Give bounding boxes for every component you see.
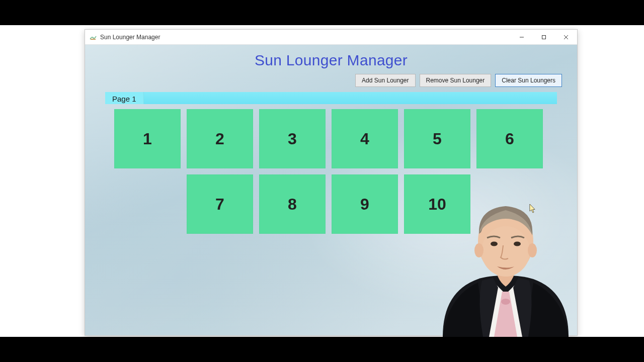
lounger-tile[interactable]: 4 [332, 109, 398, 168]
lounger-tile[interactable]: 2 [187, 109, 253, 168]
tab-strip: Page 1 [105, 92, 557, 104]
lounger-tile[interactable]: 1 [114, 109, 181, 168]
window-title: Sun Lounger Manager [100, 34, 160, 41]
remove-sun-lounger-button[interactable]: Remove Sun Lounger [420, 74, 492, 87]
page-title: Sun Lounger Manager [85, 45, 577, 74]
add-sun-lounger-button[interactable]: Add Sun Lounger [355, 74, 415, 87]
clear-sun-loungers-button[interactable]: Clear Sun Loungers [495, 74, 562, 87]
toolbar: Add Sun Lounger Remove Sun Lounger Clear… [85, 74, 577, 92]
svg-rect-2 [542, 35, 546, 39]
lounger-tile[interactable]: 9 [332, 174, 398, 234]
lounger-tile[interactable]: 10 [404, 174, 470, 234]
svg-rect-0 [91, 39, 96, 40]
lounger-tile[interactable]: 6 [476, 109, 543, 168]
minimize-button[interactable] [511, 30, 533, 45]
app-icon [89, 33, 97, 41]
app-window: Sun Lounger Manager Sun Lounger Manager … [85, 29, 578, 336]
titlebar: Sun Lounger Manager [85, 30, 577, 45]
lounger-grid: 1 2 3 4 5 6 7 8 9 10 [85, 104, 577, 234]
lounger-tile[interactable]: 8 [259, 174, 326, 234]
tab-page-1[interactable]: Page 1 [105, 92, 144, 104]
app-body: Sun Lounger Manager Add Sun Lounger Remo… [85, 45, 577, 335]
lounger-tile[interactable]: 3 [259, 109, 326, 168]
maximize-button[interactable] [533, 30, 555, 45]
close-button[interactable] [555, 30, 577, 45]
lounger-tile[interactable]: 7 [187, 174, 253, 234]
lounger-tile[interactable]: 5 [404, 109, 470, 168]
